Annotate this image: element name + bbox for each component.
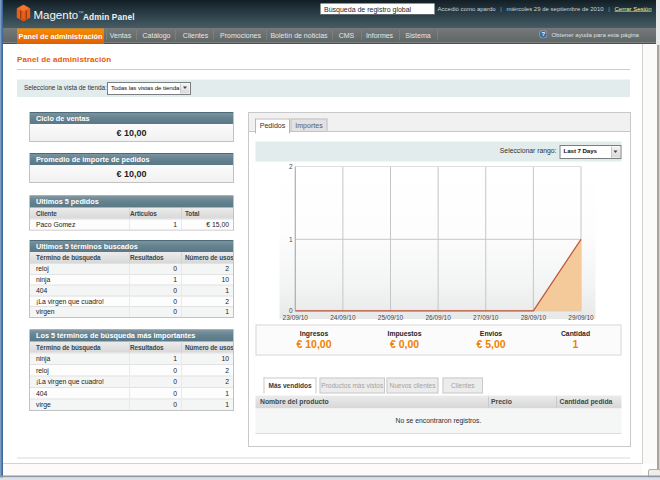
svg-text:27/09/10: 27/09/10 xyxy=(473,314,499,321)
svg-text:?: ? xyxy=(542,31,546,37)
svg-text:1: 1 xyxy=(289,236,293,243)
svg-text:28/09/10: 28/09/10 xyxy=(521,314,547,321)
svg-text:29/09/10: 29/09/10 xyxy=(568,314,594,321)
svg-text:25/09/10: 25/09/10 xyxy=(378,314,404,321)
svg-text:23/09/10: 23/09/10 xyxy=(283,314,309,321)
svg-text:26/09/10: 26/09/10 xyxy=(425,314,451,321)
svg-text:24/09/10: 24/09/10 xyxy=(330,314,356,321)
svg-text:2: 2 xyxy=(289,163,293,170)
